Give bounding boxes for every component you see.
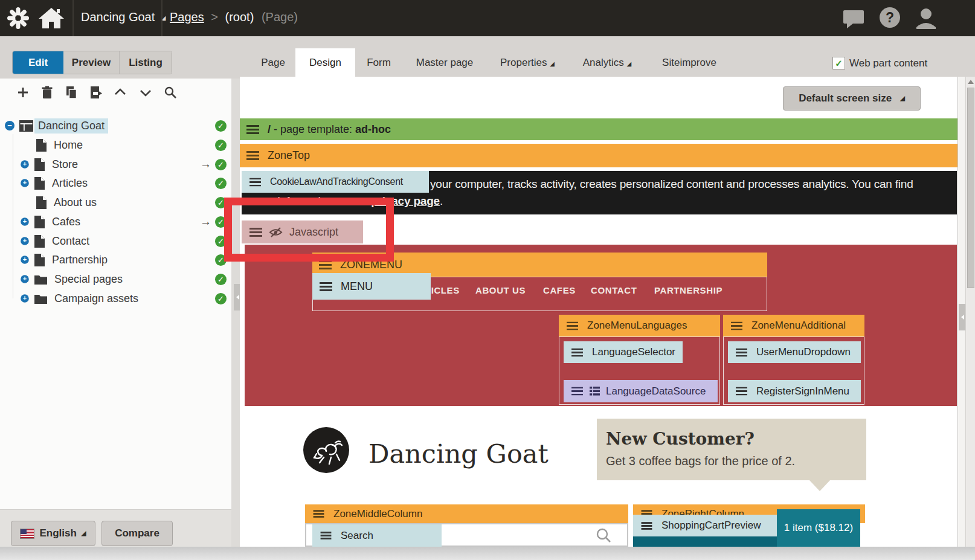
language-selector-button[interactable]: English ◢ xyxy=(11,521,95,546)
webpart-search-label: Search xyxy=(341,530,373,542)
drag-handle-icon[interactable] xyxy=(246,125,259,134)
tree-item-label[interactable]: Store xyxy=(48,157,82,172)
drag-handle-icon[interactable] xyxy=(571,387,583,396)
drag-handle-icon[interactable] xyxy=(571,348,583,356)
page-icon xyxy=(34,177,45,190)
webpart-shopping-cart[interactable]: ShoppingCartPreview xyxy=(633,515,777,536)
tree-row-campaign-assets[interactable]: + Campaign assets ✓ xyxy=(0,289,231,308)
tree-row-partnership[interactable]: + Partnership ✓ xyxy=(0,250,231,269)
tree-row-articles[interactable]: + Articles ✓ xyxy=(0,173,231,193)
tree-item-label[interactable]: Partnership xyxy=(48,253,111,268)
search-magnifier-icon[interactable] xyxy=(595,527,612,544)
webpart-search[interactable]: Search xyxy=(312,524,442,547)
drag-handle-icon[interactable] xyxy=(321,532,332,539)
tree-item-label[interactable]: Special pages xyxy=(51,272,126,287)
tab-properties[interactable]: Properties ◢ xyxy=(487,48,568,77)
tree-row-about-us[interactable]: About us ✓ xyxy=(0,193,231,212)
tab-siteimprove[interactable]: Siteimprove xyxy=(646,48,732,77)
menu-item-cafes[interactable]: CAFES xyxy=(543,285,576,295)
webpart-language-selector[interactable]: LanguageSelector xyxy=(564,341,683,363)
preview-mode-button[interactable]: Preview xyxy=(63,51,120,74)
expand-icon[interactable]: + xyxy=(21,294,29,303)
menu-item-contact[interactable]: CONTACT xyxy=(591,285,637,295)
webpart-menu[interactable]: MENU xyxy=(312,273,431,300)
tree-item-label[interactable]: Articles xyxy=(48,176,91,191)
webpart-register-sign-in[interactable]: RegisterSignInMenu xyxy=(728,380,861,402)
expand-icon[interactable]: + xyxy=(21,237,29,245)
listing-mode-button[interactable]: Listing xyxy=(120,51,172,74)
menu-item-partnership[interactable]: PARTNERSHIP xyxy=(654,285,722,295)
collapse-icon[interactable]: − xyxy=(5,121,14,130)
home-icon[interactable] xyxy=(39,8,64,28)
menu-item-about-us[interactable]: ABOUT US xyxy=(475,285,526,295)
screen-size-button[interactable]: Default screen size ◢ xyxy=(783,86,921,111)
compare-button[interactable]: Compare xyxy=(101,521,173,546)
move-down-icon[interactable] xyxy=(138,85,153,100)
tree-row-home[interactable]: Home ✓ xyxy=(0,135,231,155)
move-page-icon[interactable] xyxy=(88,85,103,100)
webpart-user-menu-dropdown[interactable]: UserMenuDropdown xyxy=(728,341,861,363)
move-up-icon[interactable] xyxy=(112,85,128,100)
zone-top-bar[interactable]: ZoneTop xyxy=(240,144,957,167)
page-template-bar[interactable]: / - page template: ad-hoc xyxy=(240,118,957,140)
tab-properties-caret-icon: ◢ xyxy=(550,60,555,67)
zone-menu-languages-bar[interactable]: ZoneMenuLanguages xyxy=(559,315,720,336)
kentico-logo-icon[interactable] xyxy=(6,6,30,30)
edit-mode-button[interactable]: Edit xyxy=(13,51,63,74)
tab-page[interactable]: Page xyxy=(251,48,295,77)
drag-handle-icon[interactable] xyxy=(249,178,261,186)
help-icon[interactable]: ? xyxy=(880,7,900,28)
tab-design[interactable]: Design xyxy=(295,48,355,77)
tab-master-page[interactable]: Master page xyxy=(402,48,487,77)
zone-middle-column-bar[interactable]: ZoneMiddleColumn xyxy=(305,504,628,523)
panel-splitter[interactable] xyxy=(231,79,240,547)
vertical-scrollbar[interactable] xyxy=(965,77,975,547)
webpart-language-data-source[interactable]: LanguageDataSource xyxy=(564,380,718,402)
published-check-icon: ✓ xyxy=(215,159,227,170)
drag-handle-icon[interactable] xyxy=(642,522,652,530)
drag-handle-icon[interactable] xyxy=(320,282,332,291)
tab-analytics[interactable]: Analytics ◢ xyxy=(568,48,646,77)
drag-handle-icon[interactable] xyxy=(736,387,747,396)
tree-item-label[interactable]: Campaign assets xyxy=(51,291,142,306)
tree-row-dancing-goat[interactable]: − Dancing Goat ✓ xyxy=(0,116,231,135)
drag-handle-icon[interactable] xyxy=(246,151,259,160)
tree-row-special-pages[interactable]: + Special pages ✓ xyxy=(0,269,231,289)
breadcrumb-pages-link[interactable]: Pages xyxy=(170,10,204,24)
tree-row-store[interactable]: + Store → ✓ xyxy=(0,155,231,174)
user-icon[interactable] xyxy=(915,7,938,29)
zone-menu-additional-bar[interactable]: ZoneMenuAdditional xyxy=(723,315,864,336)
copy-page-icon[interactable] xyxy=(64,85,79,100)
site-switcher[interactable]: Dancing Goat ◢ xyxy=(81,10,163,24)
tree-row-contact[interactable]: + Contact ✓ xyxy=(0,231,231,251)
tree-item-label[interactable]: Contact xyxy=(48,234,93,249)
webpart-cookielaw[interactable]: CookieLawAndTrackingConsent xyxy=(242,171,429,193)
site-icon xyxy=(19,120,33,132)
expand-icon[interactable]: + xyxy=(21,160,29,169)
expand-icon[interactable]: + xyxy=(21,217,29,226)
scrollbar-up-arrow-icon[interactable] xyxy=(968,80,974,84)
expand-icon[interactable]: + xyxy=(21,179,29,187)
expand-icon[interactable]: + xyxy=(21,275,29,283)
folder-icon xyxy=(34,274,47,285)
drag-handle-icon[interactable] xyxy=(314,510,324,518)
tab-form[interactable]: Form xyxy=(355,48,402,77)
tree-item-label[interactable]: Dancing Goat xyxy=(34,118,108,134)
drag-handle-icon[interactable] xyxy=(731,321,742,330)
tree-row-cafes[interactable]: + Cafes → ✓ xyxy=(0,212,231,231)
tree-item-label[interactable]: Home xyxy=(50,138,86,153)
tree-toolbar xyxy=(16,82,178,103)
cart-button[interactable]: 1 item ($18.12) xyxy=(777,509,860,547)
new-page-icon[interactable] xyxy=(16,85,30,100)
feedback-icon[interactable] xyxy=(843,10,865,28)
drag-handle-icon[interactable] xyxy=(567,321,578,330)
tree-item-label[interactable]: Cafes xyxy=(48,214,84,230)
drag-handle-icon[interactable] xyxy=(736,348,747,356)
scrollbar-thumb[interactable] xyxy=(967,88,974,288)
delete-page-icon[interactable] xyxy=(40,85,54,100)
webpart-content-checkbox[interactable]: ✓ xyxy=(832,57,845,69)
breadcrumb-type: (Page) xyxy=(257,10,298,24)
tree-search-icon[interactable] xyxy=(163,85,178,100)
tree-item-label[interactable]: About us xyxy=(50,195,100,210)
expand-icon[interactable]: + xyxy=(21,256,29,264)
